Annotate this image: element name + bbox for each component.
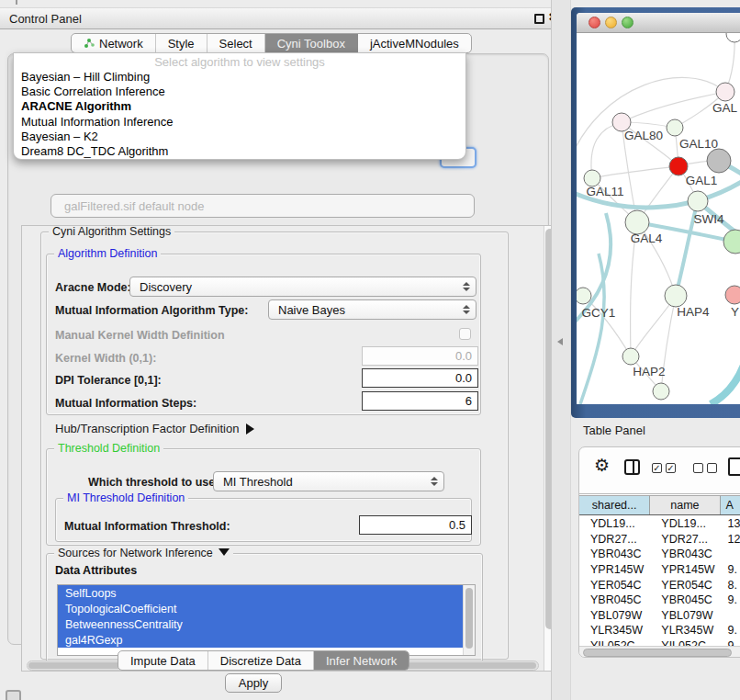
divider-collapse-icon[interactable] [557,338,563,345]
attr-list-scrollbar[interactable] [463,585,475,655]
network-node-hap4[interactable] [665,285,687,307]
columns-icon[interactable] [624,459,640,475]
bottom-tab-impute-data[interactable]: Impute Data [118,651,208,670]
tab-style[interactable]: Style [156,34,207,52]
checked-box-icon[interactable]: ✓ [666,463,676,473]
manual-kernel-checkbox[interactable] [459,328,471,340]
unchecked-box-icon[interactable] [707,463,717,473]
tab-jactivemnodules[interactable]: jActiveMNodules [358,34,471,52]
network-node-gal[interactable] [716,83,734,101]
minimize-traffic-light[interactable] [605,17,617,28]
apply-button[interactable]: Apply [225,673,282,693]
node-label-gal80: GAL80 [624,129,663,142]
checked-box-icon[interactable]: ✓ [652,463,662,473]
control-panel-titlebar: Control Panel ✖ [0,7,551,29]
bottom-tab-discretize-data[interactable]: Discretize Data [208,651,314,670]
zoom-traffic-light[interactable] [622,17,633,28]
table-row[interactable]: YER054CYER054C8. [579,577,740,593]
algorithm-option-bayesian-hill-climbing[interactable]: Bayesian – Hill Climbing [14,69,465,84]
attr-scroll-thumb[interactable] [465,588,473,649]
network-combo-partial[interactable]: galFiltered.sif default node [50,194,475,218]
network-node-gcy1[interactable] [577,288,591,304]
network-node-swi4[interactable] [688,191,708,211]
attribute-selfloops[interactable]: SelfLoops [58,585,475,601]
algorithm-option-aracne-algorithm[interactable]: ARACNE Algorithm [14,99,465,114]
document-icon[interactable] [728,457,740,476]
table-row[interactable]: YBR045CYBR045C9. [579,593,740,608]
column-header-shared[interactable]: shared... [579,495,650,514]
mi-threshold-field[interactable]: 0.5 [359,515,472,535]
threshold-definition-title: Threshold Definition [54,442,163,455]
network-node[interactable] [707,149,731,173]
table-cell [721,608,740,624]
table-cell: YER054C [579,577,650,593]
float-window-icon[interactable] [534,14,544,24]
network-node-y[interactable] [725,286,740,304]
network-node[interactable] [726,33,740,42]
kernel-width-field[interactable]: 0.0 [362,346,478,366]
node-label-hap4: HAP4 [677,305,710,319]
tab-cyni-toolbox[interactable]: Cyni Toolbox [265,34,358,52]
close-traffic-light[interactable] [589,17,600,28]
node-label-gal4: GAL4 [631,231,663,245]
algorithm-placeholder: Select algorithm to view settings [14,53,465,69]
algorithm-option-bayesian-k2[interactable]: Bayesian – K2 [14,129,465,143]
table-row[interactable]: YPR145WYPR145W9. [579,562,740,578]
table-row[interactable]: YDL19...YDL19...13 [579,516,740,532]
which-threshold-combo[interactable]: MI Threshold [213,471,444,491]
tab-network[interactable]: Network [72,34,156,52]
bottom-tab-infer-network[interactable]: Infer Network [314,651,409,670]
network-canvas[interactable]: GALGAL80GAL10GAL1GAL11SWI4GAL4GCY1HAP4YH… [577,33,740,404]
algorithm-option-basic-correlation-inference[interactable]: Basic Correlation Inference [14,84,465,98]
table-cell: YDR27... [579,532,650,548]
column-header-a[interactable]: A [721,495,740,514]
node-label-gal10: GAL10 [679,137,718,151]
corner-mini-button[interactable] [6,690,21,700]
attribute-betweennesscentrality[interactable]: BetweennessCentrality [58,616,475,632]
table-scroll-thumb[interactable] [583,649,732,657]
hub-definition-expander[interactable]: Hub/Transcription Factor Definition [55,422,254,435]
table-cell: YBR045C [579,593,650,608]
settings-scrollpane: Cyni Algorithm Settings Algorithm Defini… [21,225,557,672]
unchecked-box-icon[interactable] [693,463,703,473]
gear-icon[interactable]: ⚙ [594,455,610,476]
network-view-frame: GALGAL80GAL10GAL1GAL11SWI4GAL4GCY1HAP4YH… [571,7,740,418]
tab-select[interactable]: Select [207,34,265,52]
table-panel: ⚙ ✓ ✓ shared...nameA YDL19...YDL19...13Y… [578,446,740,658]
table-row[interactable]: YBL079WYBL079W [579,608,740,624]
algorithm-option-dream8-dc-tdc-algorithm[interactable]: Dream8 DC_TDC Algorithm [14,143,465,158]
table-row[interactable]: YBR043CYBR043C [579,547,740,562]
bottom-tab-label: Impute Data [130,654,196,668]
algorithm-option-mutual-information-inference[interactable]: Mutual Information Inference [14,114,465,129]
mi-type-combo[interactable]: Naive Bayes [268,299,477,320]
attribute-topologicalcoefficient[interactable]: TopologicalCoefficient [58,601,475,616]
table-horizontal-scrollbar[interactable] [579,646,740,658]
table-cell: YBL079W [579,608,650,624]
table-row[interactable]: YDR27...YDR27...12 [579,532,740,548]
network-node[interactable] [723,230,740,254]
table-row[interactable]: YLR345WYLR345W9. [579,623,740,638]
table-row[interactable]: YIL052CYIL052C9. [579,638,740,646]
table-header: shared...nameA [579,495,740,515]
collapse-down-icon [219,548,230,556]
column-header-name[interactable]: name [650,495,720,514]
attribute-gal4rgexp[interactable]: gal4RGexp [58,632,475,648]
table-cell: YIL052C [579,638,650,646]
dpi-tolerance-field[interactable]: 0.0 [362,368,478,388]
combo-stepper-icon [461,277,472,296]
network-node-gal10[interactable] [667,119,683,136]
bottom-tab-label: Discretize Data [220,654,301,668]
table-cell: YBR043C [650,547,720,562]
network-node[interactable] [653,383,669,400]
aracne-mode-combo[interactable]: Discovery [129,277,477,297]
network-node-gal1[interactable] [669,157,688,175]
network-window-titlebar[interactable] [577,13,740,33]
hub-definition-label: Hub/Transcription Factor Definition [55,422,239,435]
panel-divider[interactable] [551,0,571,700]
aracne-mode-label: Aracne Mode: [55,281,131,294]
sources-group-title[interactable]: Sources for Network Inference [54,547,233,559]
network-node-hap2[interactable] [622,348,639,365]
settings-group-title: Cyni Algorithm Settings [49,225,174,238]
table-cell: YBR043C [579,547,650,562]
mi-steps-field[interactable]: 6 [362,391,478,411]
